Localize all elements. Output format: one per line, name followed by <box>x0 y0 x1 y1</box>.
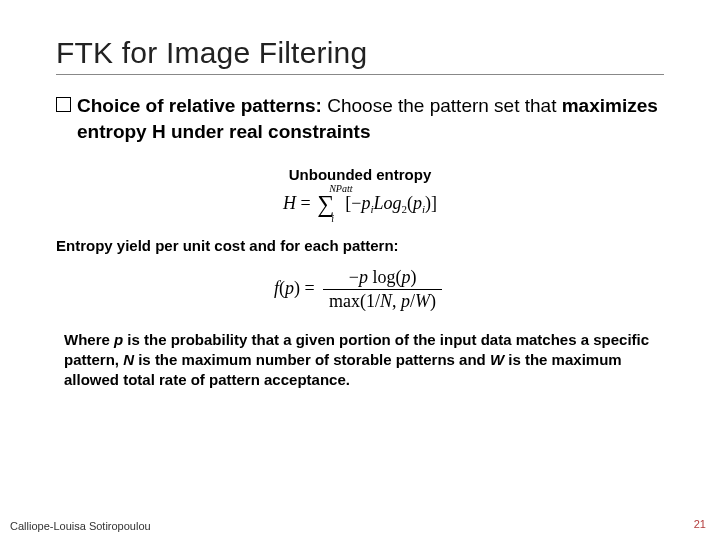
where-p: p <box>114 331 123 348</box>
label-unbounded-entropy: Unbounded entropy <box>56 166 664 183</box>
num-log: log <box>372 267 395 287</box>
neg: − <box>349 267 359 287</box>
sum-lower: i <box>331 213 334 224</box>
sum-icon: NPatt∑i <box>315 191 336 218</box>
para-where: Where p is the probability that a given … <box>56 330 664 391</box>
sym-eq: = <box>296 193 315 213</box>
den-p: p <box>401 291 410 311</box>
rp-eq: ) = <box>294 277 319 297</box>
sym-H: H <box>283 193 296 213</box>
rparen-bracket: )] <box>425 193 437 213</box>
sym-p2: p <box>413 193 422 213</box>
num-p: p <box>359 267 368 287</box>
para-yield: Entropy yield per unit cost and for each… <box>56 236 664 256</box>
den-d: ) <box>430 291 436 311</box>
bullet-text: Choice of relative patterns: Choose the … <box>77 93 664 144</box>
where-a: Where <box>64 331 114 348</box>
bullet-item: Choice of relative patterns: Choose the … <box>56 93 664 144</box>
where-c: is the maximum number of storable patter… <box>134 351 490 368</box>
bullet-lead: Choice of relative patterns: <box>77 95 322 116</box>
square-bullet-icon <box>56 97 71 112</box>
fraction: −p log(p) max(1/N, p/W) <box>323 267 442 312</box>
den-a: max(1/ <box>329 291 380 311</box>
where-N: N <box>123 351 134 368</box>
numerator: −p log(p) <box>323 267 442 290</box>
footer-page-number: 21 <box>694 518 706 530</box>
bullet-rest-a: Choose the pattern set that <box>322 95 562 116</box>
bracket-open: [− <box>345 193 361 213</box>
formula-fp: f(p) = −p log(p) max(1/N, p/W) <box>56 267 664 312</box>
num-rp: ) <box>410 267 416 287</box>
slide-title: FTK for Image Filtering <box>56 36 664 75</box>
formula-entropy: H = NPatt∑i [−piLog2(pi)] <box>56 191 664 218</box>
where-W: W <box>490 351 504 368</box>
footer-author: Calliope-Louisa Sotiropoulou <box>10 520 151 532</box>
denominator: max(1/N, p/W) <box>323 290 442 312</box>
sym-p-arg: p <box>285 277 294 297</box>
slide: FTK for Image Filtering Choice of relati… <box>0 0 720 540</box>
den-W: W <box>415 291 430 311</box>
den-b: , <box>392 291 401 311</box>
den-N: N <box>380 291 392 311</box>
sym-log: Log <box>373 193 401 213</box>
